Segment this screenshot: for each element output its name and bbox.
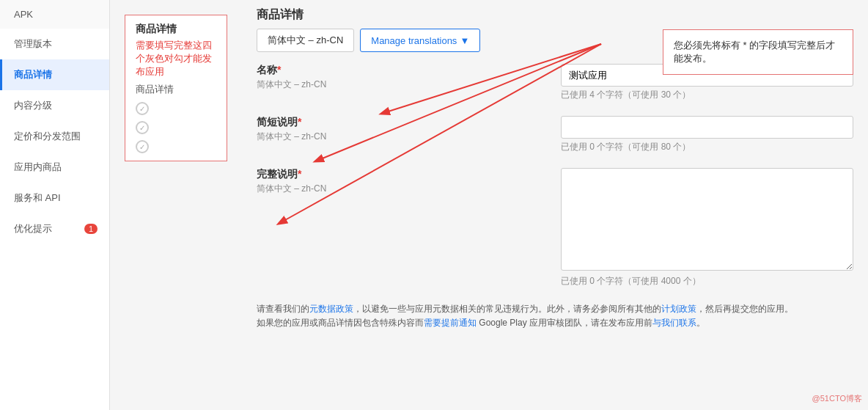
name-required-star: * xyxy=(277,64,281,76)
check-circle-3: ✓ xyxy=(136,140,149,153)
content-title: 商品详情 xyxy=(257,7,853,23)
check-item-2: ✓ xyxy=(136,121,216,134)
full-desc-input-col: 已使用 0 个字符（可使用 4000 个） xyxy=(561,168,853,288)
short-desc-row: 简短说明* 简体中文 – zh-CN 已使用 0 个字符（可使用 80 个） xyxy=(257,116,853,153)
full-desc-sublabel: 简体中文 – zh-CN xyxy=(257,183,549,195)
sidebar-item-optimize-label: 优化提示 xyxy=(14,222,52,235)
short-desc-sublabel: 简体中文 – zh-CN xyxy=(257,131,549,143)
sidebar-item-apk-label: APK xyxy=(14,9,33,20)
notify-link[interactable]: 需要提前通知 xyxy=(424,318,477,328)
bottom-text1: 请查看我们的 xyxy=(257,304,309,314)
sidebar-item-content-rating-label: 内容分级 xyxy=(14,99,52,112)
sidebar-item-services[interactable]: 服务和 API xyxy=(0,183,109,213)
highlight-warning-text: 需要填写完整这四个灰色对勾才能发布应用 xyxy=(136,39,216,78)
sidebar-item-content-rating[interactable]: 内容分级 xyxy=(0,90,109,121)
name-char-count: 已使用 4 个字符（可使用 30 个） xyxy=(561,89,853,101)
full-desc-label: 完整说明* xyxy=(257,168,549,181)
sidebar-item-optimize[interactable]: 优化提示 1 xyxy=(0,213,109,244)
highlight-subtext: 商品详情 xyxy=(136,83,216,96)
manage-translations-button[interactable]: Manage translations ▼ xyxy=(360,29,480,52)
short-desc-required-star: * xyxy=(298,116,301,128)
lang-button[interactable]: 简体中文 – zh-CN xyxy=(257,29,354,52)
check-circle-1: ✓ xyxy=(136,102,149,115)
check-item-3: ✓ xyxy=(136,140,216,153)
full-desc-required-star: * xyxy=(298,168,301,180)
name-sublabel: 简体中文 – zh-CN xyxy=(257,78,549,91)
full-desc-row: 完整说明* 简体中文 – zh-CN 已使用 0 个字符（可使用 4000 个） xyxy=(257,168,853,288)
bottom-text2: ，以避免一些与应用元数据相关的常见违规行为。此外，请务必参阅所有其他的 xyxy=(353,304,661,314)
highlight-box: 商品详情 需要填写完整这四个灰色对勾才能发布应用 商品详情 ✓ ✓ ✓ xyxy=(125,15,227,161)
metadata-policy-link[interactable]: 元数据政策 xyxy=(309,304,353,314)
name-label: 名称* xyxy=(257,64,549,77)
sidebar-item-in-app-label: 应用内商品 xyxy=(14,161,62,174)
short-desc-col: 简短说明* 简体中文 – zh-CN xyxy=(257,116,549,153)
short-desc-label: 简短说明* xyxy=(257,116,549,129)
right-warning-box: 您必须先将标有 * 的字段填写完整后才能发布。 xyxy=(663,29,853,75)
watermark: @51CTO博客 xyxy=(812,393,862,404)
bottom-text-area: 请查看我们的元数据政策，以避免一些与应用元数据相关的常见违规行为。此外，请务必参… xyxy=(257,302,853,330)
contact-link[interactable]: 与我们联系 xyxy=(652,318,696,328)
sidebar-item-pricing-label: 定价和分发范围 xyxy=(14,130,81,143)
sidebar-item-manage-version[interactable]: 管理版本 xyxy=(0,29,109,59)
program-policy-link[interactable]: 计划政策 xyxy=(661,304,696,314)
full-desc-section: 完整说明* 简体中文 – zh-CN 已使用 0 个字符（可使用 4000 个） xyxy=(257,168,853,288)
highlight-box-title: 商品详情 xyxy=(136,23,216,36)
full-desc-col: 完整说明* 简体中文 – zh-CN xyxy=(257,168,549,288)
sidebar-item-services-label: 服务和 API xyxy=(14,191,61,205)
check-item-1: ✓ xyxy=(136,102,216,115)
name-col: 名称* 简体中文 – zh-CN xyxy=(257,64,549,101)
bottom-text3: ，然后再提交您的应用。 xyxy=(696,304,793,314)
sidebar: APK 管理版本 商品详情 内容分级 定价和分发范围 应用内商品 服务和 API… xyxy=(0,0,110,410)
bottom-text4: 如果您的应用或商品详情因包含特殊内容而 xyxy=(257,318,424,328)
sidebar-item-pricing[interactable]: 定价和分发范围 xyxy=(0,121,109,152)
sidebar-item-in-app[interactable]: 应用内商品 xyxy=(0,152,109,183)
right-warning-text: 您必须先将标有 * 的字段填写完整后才能发布。 xyxy=(674,40,835,64)
check-circle-2: ✓ xyxy=(136,121,149,134)
full-desc-char-count: 已使用 0 个字符（可使用 4000 个） xyxy=(561,275,853,288)
short-desc-section: 简短说明* 简体中文 – zh-CN 已使用 0 个字符（可使用 80 个） xyxy=(257,116,853,153)
sidebar-optimize-badge: 1 xyxy=(84,224,98,234)
manage-translations-chevron-icon: ▼ xyxy=(460,35,469,46)
full-desc-textarea[interactable] xyxy=(561,168,853,271)
bottom-text5: Google Play 应用审核团队，请在发布应用前 xyxy=(477,318,652,328)
checkmarks-area: ✓ ✓ ✓ xyxy=(136,102,216,153)
sidebar-item-product-details-label: 商品详情 xyxy=(14,68,52,81)
manage-translations-label: Manage translations xyxy=(371,35,457,46)
short-desc-input-col: 已使用 0 个字符（可使用 80 个） xyxy=(561,116,853,153)
bottom-text6: 。 xyxy=(696,318,705,328)
sidebar-item-manage-version-label: 管理版本 xyxy=(14,37,52,51)
short-desc-input[interactable] xyxy=(561,116,853,139)
sidebar-item-apk[interactable]: APK xyxy=(0,0,109,29)
short-desc-char-count: 已使用 0 个字符（可使用 80 个） xyxy=(561,141,853,153)
sidebar-item-product-details[interactable]: 商品详情 xyxy=(0,59,109,90)
